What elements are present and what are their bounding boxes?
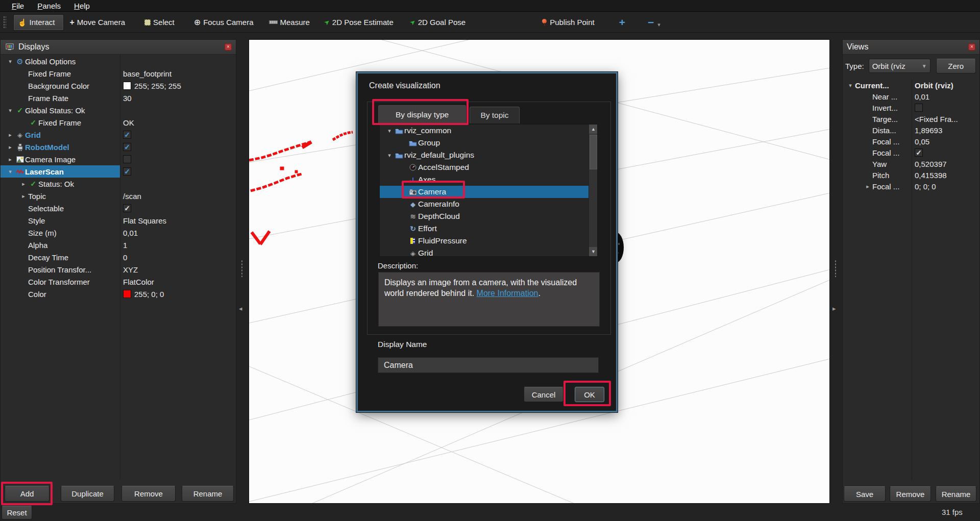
more-information-link[interactable]: More Information [477, 289, 538, 297]
remove-tool-button[interactable]: − ▾ [648, 16, 660, 29]
tree-value[interactable]: 255; 255; 255 [120, 80, 236, 92]
expander-down-icon[interactable]: ▾ [6, 168, 15, 175]
tree-value[interactable]: 0,01 [120, 227, 236, 239]
tree-row[interactable]: ▸Topic/scan [1, 190, 236, 202]
checkbox[interactable]: ✓ [123, 167, 131, 176]
checkbox[interactable]: ✓ [123, 131, 131, 139]
tree-value[interactable]: ✓ [120, 129, 236, 141]
color-swatch[interactable] [123, 290, 131, 298]
tree-row[interactable]: Background Color255; 255; 255 [1, 80, 236, 92]
expander-right-icon[interactable]: ▸ [6, 132, 15, 138]
tool-2d-pose-estimate[interactable]: ➤ 2D Pose Estimate [324, 18, 394, 27]
expander-down-icon[interactable]: ▾ [846, 82, 855, 89]
tree-value[interactable] [120, 178, 236, 190]
splitter-handle[interactable] [835, 260, 837, 277]
tree-row[interactable]: ▸Focal ...0; 0; 0 [843, 181, 979, 192]
tree-value[interactable]: /scan [120, 190, 236, 202]
tree-row[interactable]: Targe...<Fixed Fra... [843, 113, 979, 125]
tree-row[interactable]: ▾✓Global Status: Ok [1, 104, 236, 116]
tree-value[interactable]: FlatColor [120, 276, 236, 288]
list-item[interactable]: ◈Grid [380, 247, 590, 257]
display-name-input[interactable] [378, 357, 599, 373]
tree-value[interactable]: 30 [120, 92, 236, 104]
close-icon[interactable]: × [225, 43, 232, 51]
list-item[interactable]: Axes [380, 173, 590, 186]
tree-value[interactable]: 0,05 [912, 136, 979, 147]
tree-row[interactable]: ▾⚙Global Options [1, 55, 236, 67]
tree-value[interactable]: XYZ [120, 263, 236, 276]
remove-view-button[interactable]: Remove [890, 486, 931, 502]
collapse-right-icon[interactable]: ▸ [832, 305, 836, 312]
splitter-handle[interactable] [241, 260, 243, 277]
tree-value[interactable] [120, 55, 236, 67]
list-item[interactable]: Group [380, 137, 590, 149]
rename-view-button[interactable]: Rename [936, 486, 976, 502]
zero-button[interactable]: Zero [936, 59, 976, 73]
scrollbar-thumb[interactable] [590, 135, 597, 169]
list-item[interactable]: ▾rviz_default_plugins [380, 149, 590, 161]
tree-value[interactable]: 1,89693 [912, 125, 979, 136]
tool-publish-point[interactable]: Publish Point [542, 18, 595, 27]
tree-row[interactable]: ▸◈Grid✓ [1, 129, 236, 141]
tree-value[interactable]: ✓ [120, 141, 236, 153]
tree-row[interactable]: Dista...1,89693 [843, 125, 979, 136]
rename-display-button[interactable]: Rename [182, 486, 234, 502]
tree-row[interactable]: StyleFlat Squares [1, 214, 236, 227]
tree-value[interactable]: 0,520397 [912, 158, 979, 169]
tree-row[interactable]: Focal ...✓ [843, 147, 979, 158]
checkbox[interactable]: ✓ [915, 148, 923, 157]
tree-value[interactable]: 0; 0; 0 [912, 181, 979, 192]
tree-value[interactable]: 255; 0; 0 [120, 288, 236, 300]
tree-row[interactable]: Focal ...0,05 [843, 136, 979, 147]
expander-down-icon[interactable]: ▾ [385, 128, 394, 134]
checkbox[interactable] [915, 104, 923, 112]
tree-value[interactable]: ✓ [912, 147, 979, 158]
tree-row[interactable]: ✓Fixed FrameOK [1, 116, 236, 129]
tree-value[interactable] [912, 102, 979, 113]
scrollbar[interactable]: ▲ ▼ [589, 125, 597, 256]
tree-value[interactable]: Flat Squares [120, 214, 236, 227]
expander-right-icon[interactable]: ▸ [863, 183, 872, 190]
checkbox[interactable] [123, 155, 131, 163]
list-item[interactable]: FluidPressure [380, 235, 590, 247]
tree-row[interactable]: Invert... [843, 102, 979, 113]
toolbar-drag-handle[interactable] [3, 16, 6, 29]
list-item[interactable]: ≋DepthCloud [380, 210, 590, 222]
tree-row[interactable]: Yaw0,520397 [843, 158, 979, 169]
add-display-button[interactable]: Add [5, 486, 50, 502]
tree-row[interactable]: Frame Rate30 [1, 92, 236, 104]
tree-row[interactable]: Size (m)0,01 [1, 227, 236, 239]
menu-file[interactable]: File [5, 2, 31, 10]
menu-panels[interactable]: Panels [31, 2, 67, 10]
expander-right-icon[interactable]: ▸ [19, 193, 28, 200]
expander-down-icon[interactable]: ▾ [6, 107, 15, 114]
list-item[interactable]: AccelStamped [380, 161, 590, 173]
menu-help[interactable]: Help [67, 2, 96, 10]
reset-button[interactable]: Reset [2, 506, 32, 519]
right-splitter[interactable]: ▸ [830, 39, 842, 504]
tree-value[interactable]: Orbit (rviz) [912, 80, 979, 91]
tree-row[interactable]: Near ...0,01 [843, 91, 979, 102]
tree-value[interactable]: 0,01 [912, 91, 979, 102]
tree-row[interactable]: Selectable✓ [1, 202, 236, 214]
tree-row[interactable]: Position Transfor...XYZ [1, 263, 236, 276]
tree-row[interactable]: Decay Time0 [1, 251, 236, 263]
collapse-left-icon[interactable]: ◂ [239, 305, 242, 312]
checkbox[interactable]: ✓ [123, 204, 131, 212]
add-tool-button[interactable]: + [619, 16, 625, 29]
tree-row[interactable]: ▾Current...Orbit (rviz) [843, 80, 979, 91]
tree-value[interactable]: ✓ [120, 202, 236, 214]
tree-row[interactable]: ▸✓Status: Ok [1, 178, 236, 190]
tree-value[interactable] [120, 104, 236, 116]
expander-down-icon[interactable]: ▾ [6, 58, 15, 65]
tree-value[interactable]: OK [120, 116, 236, 129]
tool-2d-goal-pose[interactable]: ➤ 2D Goal Pose [410, 18, 465, 27]
tree-value[interactable]: 0 [120, 251, 236, 263]
views-panel-titlebar[interactable]: Views × [843, 40, 979, 55]
close-icon[interactable]: × [968, 43, 975, 51]
tree-value[interactable]: ✓ [120, 165, 236, 178]
tab-by-topic[interactable]: By topic [470, 107, 520, 123]
list-item[interactable]: ◆CameraInfo [380, 198, 590, 210]
scroll-up-icon[interactable]: ▲ [589, 125, 598, 134]
tool-measure[interactable]: Measure [269, 18, 310, 27]
